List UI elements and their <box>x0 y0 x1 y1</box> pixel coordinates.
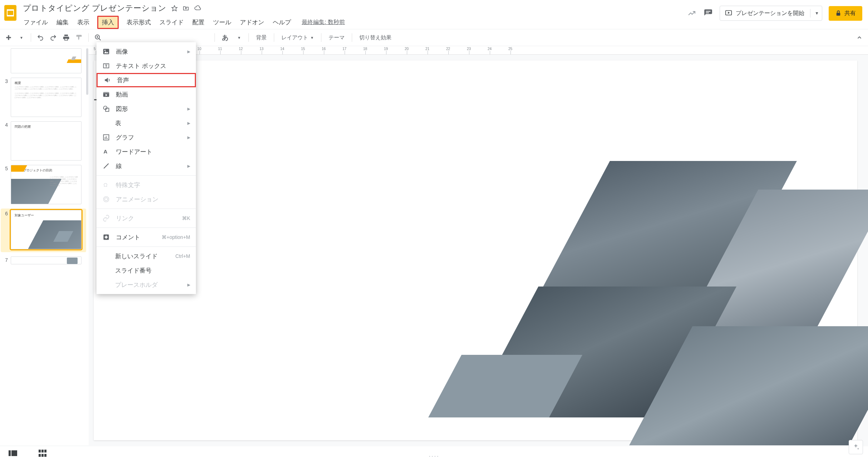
insert-table-label: 表 <box>115 119 182 127</box>
grid-view-button[interactable] <box>39 450 46 457</box>
insert-line[interactable]: 線 ▶ <box>97 159 196 173</box>
insert-placeholder-label: プレースホルダ <box>115 281 182 289</box>
insert-slide-number[interactable]: スライド番号 <box>97 263 196 278</box>
last-edit-link[interactable]: 最終編集: 数秒前 <box>302 19 345 26</box>
present-caret-icon[interactable]: ▼ <box>815 11 819 16</box>
insert-link: リンク ⌘K <box>97 211 196 225</box>
thumb-title: 対象ユーザー <box>15 213 34 218</box>
horizontal-ruler[interactable]: 5678910111213141516171819202122232425 <box>89 46 868 55</box>
svg-rect-18 <box>39 450 41 452</box>
menu-help[interactable]: ヘルプ <box>272 17 292 28</box>
print-button[interactable] <box>60 32 72 43</box>
insert-dropdown: 画像 ▶ テキスト ボックス 音声 動画 図形 ▶ 表 ▶ グラフ ▶ A ワー… <box>97 42 196 294</box>
slide-thumb-7[interactable] <box>11 256 82 264</box>
collapse-toolbar-button[interactable] <box>854 32 865 43</box>
thumb-title: プロジェクトの目的 <box>23 168 52 173</box>
present-icon <box>725 10 732 17</box>
transition-button[interactable]: 切り替え効果 <box>356 32 395 43</box>
insert-image[interactable]: 画像 ▶ <box>97 44 196 59</box>
present-label: プレゼンテーションを開始 <box>736 10 804 17</box>
insert-chart-label: グラフ <box>116 133 182 142</box>
slide-thumb-2[interactable] <box>11 48 82 73</box>
slide-canvas[interactable]: ザー <box>94 60 857 440</box>
canvas-area[interactable]: 5678910111213141516171819202122232425 ザー <box>89 46 868 445</box>
thumb-blank-num <box>2 48 8 73</box>
insert-slidenumber-label: スライド番号 <box>115 266 190 275</box>
insert-comment[interactable]: コメント ⌘+option+M <box>97 230 196 244</box>
explore-button[interactable] <box>849 440 863 454</box>
menu-view[interactable]: 表示 <box>77 17 90 28</box>
share-button[interactable]: 共有 <box>829 6 862 21</box>
slide-thumb-4[interactable]: 問題の把握 <box>11 121 82 161</box>
menu-slide[interactable]: スライド <box>159 17 184 28</box>
insert-shapes[interactable]: 図形 ▶ <box>97 102 196 116</box>
slide-thumbnail-panel[interactable]: 3 概要 ここにテキストを挿入. ここにテキストを挿入. ここにテキストを挿入.… <box>0 46 89 445</box>
svg-rect-11 <box>65 39 68 40</box>
menu-file[interactable]: ファイル <box>23 17 49 28</box>
ruler-tick: 13 <box>262 46 282 54</box>
ruler-tick: 20 <box>407 46 427 54</box>
speaker-notes-drag-handle[interactable]: ···· <box>429 452 439 460</box>
menu-format[interactable]: 表示形式 <box>126 17 152 28</box>
ruler-tick: 25 <box>511 46 531 54</box>
input-method-button[interactable]: あ <box>218 32 232 43</box>
insert-text-box[interactable]: テキスト ボックス <box>97 59 196 73</box>
star-icon[interactable] <box>171 5 178 12</box>
move-folder-icon[interactable] <box>182 5 189 12</box>
insert-placeholder: プレースホルダ ▶ <box>97 278 196 292</box>
add-comment-icon <box>102 233 110 241</box>
menu-separator <box>97 246 196 247</box>
ruler-tick: 24 <box>490 46 510 54</box>
present-divider <box>810 9 810 18</box>
menu-addons[interactable]: アドオン <box>239 17 265 28</box>
insert-new-slide[interactable]: 新しいスライド Ctrl+M <box>97 249 196 263</box>
input-method-caret[interactable]: ▼ <box>233 32 245 43</box>
slides-logo-icon[interactable] <box>3 3 18 22</box>
bottom-bar: ···· <box>0 446 868 460</box>
thumb-title: 問題の把握 <box>15 124 31 129</box>
menu-edit[interactable]: 編集 <box>56 17 69 28</box>
comments-icon[interactable] <box>703 8 713 18</box>
insert-table[interactable]: 表 ▶ <box>97 116 196 130</box>
menu-separator <box>97 209 196 209</box>
theme-button[interactable]: テーマ <box>325 32 348 43</box>
menu-insert[interactable]: 挿入 <box>97 16 119 29</box>
slide-thumb-5[interactable]: プロジェクトの目的 ここにテキストを挿入. ここにテキストを挿入. ここにテキス… <box>11 165 82 204</box>
insert-chart[interactable]: グラフ ▶ <box>97 130 196 145</box>
undo-button[interactable] <box>35 32 46 43</box>
thumb-row: 4 問題の把握 <box>2 121 86 161</box>
activity-icon[interactable] <box>687 8 697 18</box>
new-slide-caret[interactable]: ▼ <box>16 32 27 43</box>
insert-audio[interactable]: 音声 <box>97 73 196 87</box>
submenu-arrow-icon: ▶ <box>187 164 190 168</box>
doc-title[interactable]: プロトタイピング プレゼンテーション <box>23 3 167 14</box>
layout-button[interactable]: レイアウト▼ <box>278 32 317 43</box>
thumbnail-scrollbar[interactable] <box>86 46 88 326</box>
filmstrip-view-button[interactable] <box>9 450 17 457</box>
animation-icon <box>102 195 110 203</box>
background-button[interactable]: 背景 <box>252 32 270 43</box>
svg-line-13 <box>99 39 101 40</box>
insert-link-label: リンク <box>116 214 176 222</box>
paint-format-button[interactable] <box>73 32 85 43</box>
header-doc-info: プロトタイピング プレゼンテーション ファイル 編集 表示 挿入 表示形式 スラ… <box>23 3 682 29</box>
new-slide-button[interactable] <box>3 32 14 43</box>
toolbar-sep <box>31 33 31 42</box>
wordart-icon: A <box>102 148 110 156</box>
insert-video[interactable]: 動画 <box>97 87 196 102</box>
insert-special-chars: Ω 特殊文字 <box>97 178 196 192</box>
slide-thumb-6[interactable]: 対象ユーザー <box>11 210 82 249</box>
cloud-status-icon[interactable] <box>194 5 201 12</box>
insert-link-shortcut: ⌘K <box>182 215 190 221</box>
slide-thumb-3[interactable]: 概要 ここにテキストを挿入. ここにテキストを挿入. ここにテキストを挿入. こ… <box>11 78 82 117</box>
thumb-row: 5 プロジェクトの目的 ここにテキストを挿入. ここにテキストを挿入. ここにテ… <box>2 165 86 204</box>
thumbnail-scrollbar-thumb[interactable] <box>86 48 88 95</box>
insert-wordart[interactable]: A ワードアート <box>97 145 196 159</box>
thumb-row: 7 <box>2 256 86 264</box>
menu-tools[interactable]: ツール <box>212 17 232 28</box>
thumb-image <box>26 220 82 249</box>
present-button[interactable]: プレゼンテーションを開始 ▼ <box>720 6 822 21</box>
zoom-button[interactable] <box>92 32 104 43</box>
menu-arrange[interactable]: 配置 <box>192 17 205 28</box>
redo-button[interactable] <box>48 32 59 43</box>
